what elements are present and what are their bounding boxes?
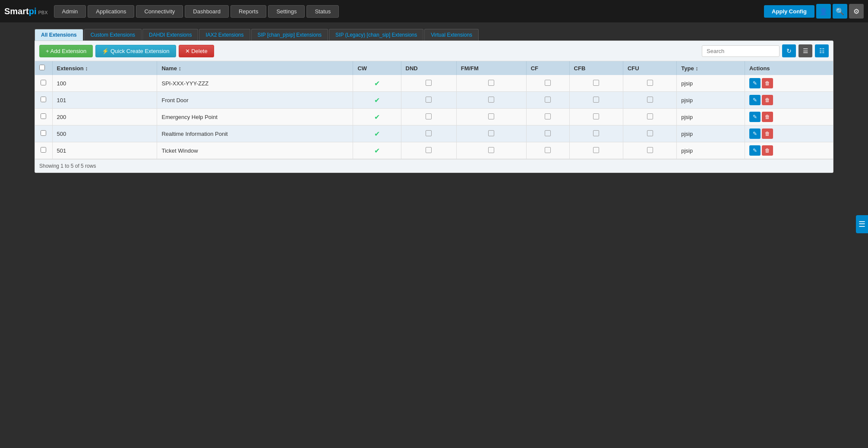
row-type: pjsip: [677, 109, 745, 125]
row-dnd: [401, 109, 456, 125]
row-cfu: [623, 109, 676, 125]
edit-button[interactable]: ✎: [749, 128, 761, 139]
row-checkbox-cell: [35, 75, 52, 92]
edit-button[interactable]: ✎: [749, 95, 761, 105]
check-false-icon: [647, 80, 653, 86]
showing-rows-text: Showing 1 to 5 of 5 rows: [35, 159, 833, 172]
row-checkbox-cell: [35, 125, 52, 142]
row-dnd: [401, 125, 456, 142]
row-fmfm: [456, 125, 526, 142]
check-false-icon: [647, 113, 653, 119]
th-name: Name ↕: [157, 61, 353, 75]
row-cw: ✔: [353, 109, 401, 125]
ext-tab-iax2[interactable]: IAX2 Extensions: [199, 29, 250, 41]
check-false-icon: [647, 147, 653, 153]
th-cfu: CFU: [623, 61, 676, 75]
check-false-icon: [426, 147, 432, 153]
check-true-icon: ✔: [374, 147, 380, 154]
ext-tab-virtual[interactable]: Virtual Extensions: [424, 29, 479, 41]
delete-button[interactable]: ✕ Delete: [179, 45, 214, 57]
row-fmfm: [456, 75, 526, 92]
row-checkbox[interactable]: [41, 130, 46, 136]
nav-connectivity[interactable]: Connectivity: [136, 5, 183, 18]
ext-tab-all[interactable]: All Extensions: [35, 29, 83, 41]
edit-button[interactable]: ✎: [749, 145, 761, 156]
row-cw: ✔: [353, 142, 401, 159]
row-checkbox[interactable]: [41, 80, 46, 85]
check-true-icon: ✔: [374, 130, 380, 138]
check-false-icon: [545, 113, 551, 119]
check-false-icon: [593, 147, 599, 153]
user-icon-button[interactable]: 👤: [816, 4, 831, 19]
table-toolbar: + Add Extension ⚡ Quick Create Extension…: [35, 41, 833, 61]
row-cf: [526, 142, 569, 159]
search-input[interactable]: [702, 45, 780, 57]
check-true-icon: ✔: [374, 113, 380, 121]
grid-view-button[interactable]: ☷: [815, 44, 829, 57]
user-icon: 👤: [819, 7, 828, 16]
row-checkbox[interactable]: [41, 147, 46, 153]
select-all-checkbox[interactable]: [39, 65, 45, 70]
row-cfb: [569, 92, 623, 109]
ext-tab-dahdi[interactable]: DAHDI Extensions: [142, 29, 198, 41]
table-row: 100SPI-XXX-YYY-ZZZ✔pjsip✎🗑: [35, 75, 833, 92]
ext-tab-custom[interactable]: Custom Extensions: [84, 29, 142, 41]
quick-create-button[interactable]: ⚡ Quick Create Extension: [95, 45, 176, 57]
table-row: 501Ticket Window✔pjsip✎🗑: [35, 142, 833, 159]
row-type: pjsip: [677, 125, 745, 142]
row-name: Realtime Information Ponit: [157, 125, 353, 142]
row-checkbox[interactable]: [41, 97, 46, 102]
nav-dashboard[interactable]: Dashboard: [185, 5, 229, 18]
th-cfb: CFB: [569, 61, 623, 75]
row-cw: ✔: [353, 125, 401, 142]
delete-row-button[interactable]: 🗑: [762, 145, 773, 156]
check-false-icon: [426, 113, 432, 119]
check-false-icon: [545, 97, 551, 103]
logo-pi: pi: [29, 6, 37, 16]
row-actions: ✎🗑: [745, 92, 833, 109]
table-row: 500Realtime Information Ponit✔pjsip✎🗑: [35, 125, 833, 142]
columns-button[interactable]: ☰: [799, 44, 812, 57]
columns-icon: ☰: [803, 47, 808, 54]
delete-row-button[interactable]: 🗑: [762, 95, 773, 105]
th-cf: CF: [526, 61, 569, 75]
row-cfu: [623, 92, 676, 109]
ext-tab-sip-legacy[interactable]: SIP (Legacy) [chan_sip] Extensions: [329, 29, 423, 41]
delete-row-button[interactable]: 🗑: [762, 112, 773, 122]
nav-applications[interactable]: Applications: [88, 5, 134, 18]
search-nav-button[interactable]: 🔍: [833, 4, 847, 19]
row-checkbox-cell: [35, 92, 52, 109]
th-type: Type ↕: [677, 61, 745, 75]
nav-reports[interactable]: Reports: [230, 5, 267, 18]
row-type: pjsip: [677, 92, 745, 109]
row-fmfm: [456, 109, 526, 125]
edit-button[interactable]: ✎: [749, 112, 761, 122]
row-cfb: [569, 109, 623, 125]
check-true-icon: ✔: [374, 97, 380, 104]
settings-icon-button[interactable]: ⚙: [849, 4, 864, 19]
nav-admin[interactable]: Admin: [54, 5, 86, 18]
extensions-table: Extension ↕ Name ↕ CW DND FM/FM CF CFB C…: [35, 61, 833, 159]
main-content: All Extensions Custom Extensions DAHDI E…: [0, 22, 868, 179]
edit-button[interactable]: ✎: [749, 78, 761, 88]
nav-settings[interactable]: Settings: [268, 5, 305, 18]
nav-status[interactable]: Status: [306, 5, 339, 18]
top-navigation: Smartpi PBX Admin Applications Connectiv…: [0, 0, 868, 22]
check-false-icon: [545, 130, 551, 136]
row-actions: ✎🗑: [745, 75, 833, 92]
refresh-button[interactable]: ↻: [782, 44, 796, 57]
side-widget[interactable]: ☰: [856, 215, 868, 233]
row-extension: 100: [52, 75, 157, 92]
row-checkbox[interactable]: [41, 113, 46, 119]
delete-row-button[interactable]: 🗑: [762, 128, 773, 139]
ext-tab-sip-pjsip[interactable]: SIP [chan_pjsip] Extensions: [251, 29, 328, 41]
row-cfu: [623, 142, 676, 159]
check-false-icon: [488, 97, 494, 103]
delete-row-button[interactable]: 🗑: [762, 78, 773, 88]
row-cfb: [569, 125, 623, 142]
logo-smart: Smart: [4, 6, 29, 16]
apply-config-button[interactable]: Apply Config: [764, 5, 814, 18]
add-extension-button[interactable]: + Add Extension: [39, 45, 93, 57]
row-cf: [526, 92, 569, 109]
th-dnd: DND: [401, 61, 456, 75]
